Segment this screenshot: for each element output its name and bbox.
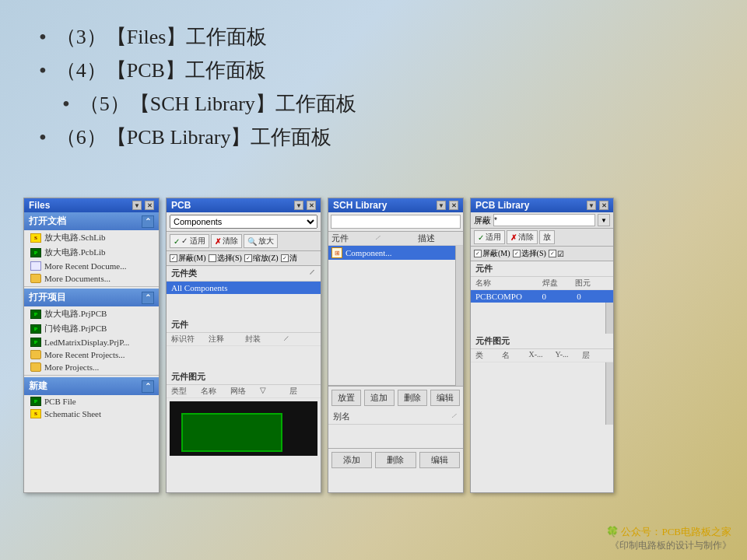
pcb-select-check[interactable]: 选择(S) — [209, 253, 242, 264]
pcb-lib-apply-btn[interactable]: ✓ 适用 — [474, 230, 505, 244]
files-panel-controls: ▼ ✕ — [132, 201, 154, 210]
pcb-lib-component-section: 元件 — [471, 261, 613, 277]
files-divider-1 — [24, 286, 159, 287]
files-panel-titlebar: Files ▼ ✕ — [24, 198, 159, 212]
sch-lib-place-btn[interactable]: 放置 — [331, 390, 361, 406]
pcb-lib-footprint-scrollbar[interactable] — [605, 362, 613, 425]
pcb-component-headers: 标识符 注释 封装 ⟋ — [167, 333, 321, 346]
pcb-lib-component-scrollbar[interactable] — [605, 303, 613, 334]
files-section-projects-label: 打开项目 — [29, 291, 66, 304]
sch-lib-delete-btn[interactable]: 删除 — [398, 390, 427, 406]
pcb-apply-btn[interactable]: ✓ ✓ 适用 — [170, 234, 209, 248]
sch-lib-delete2-btn[interactable]: 删除 — [375, 452, 416, 468]
pcb-zoom-search-icon: 🔍 — [247, 237, 257, 246]
sch-icon: S — [30, 233, 41, 243]
files-new-sch-label: Schematic Sheet — [44, 409, 101, 418]
pcb-panel: PCB ▼ ✕ Components ✓ ✓ 适用 ✗ 清除 🔍 放大 — [166, 198, 321, 493]
files-item-more-recent-label: More Recent Projects... — [44, 350, 125, 359]
pcb-all-components[interactable]: All Components — [167, 282, 321, 294]
files-item-prj3[interactable]: P LedMatrixDisplay.PrjP... — [24, 336, 159, 348]
pcb-icon-2: P — [30, 310, 41, 319]
files-projects-expand-btn[interactable]: ⌃ — [142, 292, 154, 304]
pcb-lib-selected-row[interactable]: PCBCOMPO 0 0 — [471, 290, 613, 303]
files-item-prj1[interactable]: P 放大电路.PrjPCB — [24, 306, 159, 321]
files-item-schlb-label: 放大电路.SchLib — [44, 232, 106, 243]
files-item-more-docs[interactable]: More Documents... — [24, 272, 159, 285]
pcb-zoom-check[interactable]: 缩放(Z) — [244, 253, 279, 264]
pcb-canvas — [170, 401, 317, 456]
sch-lib-edit-btn[interactable]: 编辑 — [430, 390, 460, 406]
pcb-lib-select-checkbox[interactable] — [513, 250, 521, 257]
pcb-lib-extra-checkbox[interactable] — [549, 250, 556, 257]
sch-lib-col-headers: 元件 ⟋ 描述 — [328, 232, 463, 246]
pcb-primitive-section: 元件图元 — [167, 369, 321, 385]
pcb-lib-dropdown-icon[interactable]: ▼ — [587, 201, 596, 210]
files-new-pcb-label: PCB File — [44, 397, 76, 406]
sch-lib-list-scrollbar[interactable] — [455, 246, 463, 386]
pcb-close-icon[interactable]: ✕ — [307, 201, 316, 210]
files-section-new-label: 新建 — [29, 380, 47, 393]
pcb-components-dropdown[interactable]: Components — [170, 215, 317, 229]
sch-lib-add2-btn[interactable]: 添加 — [331, 452, 372, 468]
files-docs-expand-btn[interactable]: ⌃ — [142, 215, 154, 228]
pcb-lib-extra-check[interactable]: ☑ — [549, 248, 564, 259]
sch-lib-controls: ▼ ✕ — [437, 201, 458, 210]
pcb-zoom-checkbox[interactable] — [244, 254, 252, 262]
pcb-clear-check[interactable]: 清 — [281, 253, 297, 264]
pcb-lib-close-icon[interactable]: ✕ — [599, 201, 608, 210]
pcb-lib-mask-checkbox[interactable] — [474, 250, 482, 257]
files-item-prj2[interactable]: P 门铃电路.PrjPCB — [24, 321, 159, 336]
sch-lib-dropdown-icon[interactable]: ▼ — [437, 201, 446, 210]
sch-lib-buttons-1: 放置 追加 删除 编辑 — [328, 386, 463, 409]
sch-lib-list: ⊞ Component... — [328, 246, 463, 386]
sch-icon-new: S — [30, 409, 41, 418]
pcb-type-section: 元件类 ⟋ — [167, 266, 321, 282]
watermark-line2: 《印制电路板的设计与制作》 — [606, 539, 731, 552]
pcb-lib-select-check[interactable]: 选择(S) — [513, 248, 546, 259]
files-item-pcblib[interactable]: P 放大电路.PcbLib — [24, 245, 159, 260]
files-new-pcb[interactable]: P PCB File — [24, 395, 159, 408]
sch-lib-close-icon[interactable]: ✕ — [449, 201, 458, 210]
sch-lib-alias-empty — [328, 425, 463, 448]
pcb-lib-footprint-section: 元件图元 — [471, 334, 613, 349]
pcb-lib-mask-check[interactable]: 屏蔽(M) — [474, 248, 510, 259]
sch-lib-item-component[interactable]: ⊞ Component... — [328, 246, 463, 260]
pcb-lib-component-empty — [471, 303, 613, 334]
files-dropdown-icon[interactable]: ▼ — [132, 201, 142, 210]
pcb-lib-zoom-icon: 放 — [543, 232, 551, 243]
pcb-panel-title: PCB — [171, 200, 191, 211]
pcb-lib-clear-btn[interactable]: ✗ 清除 — [507, 230, 538, 244]
pcb-component-section: 元件 — [167, 317, 321, 333]
sch-lib-search-input[interactable] — [331, 215, 461, 229]
pcb-lib-panel: PCB Library ▼ ✕ 屏蔽 ▼ ✓ 适用 ✗ 清除 放 — [470, 198, 614, 493]
pcb-clear-x-icon: ✗ — [215, 237, 221, 246]
sch-lib-edit2-btn[interactable]: 编辑 — [419, 452, 460, 468]
sch-lib-add-btn[interactable]: 追加 — [364, 390, 394, 406]
pcb-lib-zoom-btn[interactable]: 放 — [539, 230, 555, 244]
files-divider-2 — [24, 375, 159, 376]
sch-lib-col-sort-icon: ⟋ — [374, 233, 416, 244]
files-new-sch[interactable]: S Schematic Sheet — [24, 408, 159, 420]
pcb-mask-check[interactable]: 屏蔽(M) — [170, 253, 206, 264]
files-item-more-doc1[interactable]: More Recent Docume... — [24, 260, 159, 272]
sch-lib-alias-sort-icon: ⟋ — [450, 411, 458, 422]
pcb-lib-filter-input[interactable] — [493, 214, 595, 226]
files-item-more-projects[interactable]: More Projects... — [24, 361, 159, 373]
pcb-lib-filter-dropdown-btn[interactable]: ▼ — [598, 214, 610, 226]
pcb-clear-checkbox[interactable] — [281, 254, 289, 262]
files-item-prj3-label: LedMatrixDisplay.PrjP... — [44, 338, 129, 347]
pcb-mask-checkbox[interactable] — [170, 254, 177, 262]
files-item-schlb[interactable]: S 放大电路.SchLib — [24, 230, 159, 245]
pcb-lib-toolbar: ✓ 适用 ✗ 清除 放 — [471, 229, 613, 247]
pcb-dropdown-icon[interactable]: ▼ — [294, 201, 303, 210]
pcb-zoom-btn[interactable]: 🔍 放大 — [244, 234, 278, 248]
pcb-select-checkbox[interactable] — [209, 254, 216, 262]
pcb-panel-controls: ▼ ✕ — [294, 201, 316, 210]
pcb-clear-btn[interactable]: ✗ 清除 — [211, 234, 242, 248]
files-close-icon[interactable]: ✕ — [145, 201, 154, 210]
pcb-lib-footprint-empty — [471, 362, 613, 425]
sch-lib-titlebar: SCH Library ▼ ✕ — [328, 198, 463, 212]
pcb-lib-apply-icon: ✓ — [478, 233, 484, 242]
files-item-more-recent[interactable]: More Recent Projects... — [24, 348, 159, 361]
files-new-expand-btn[interactable]: ⌃ — [142, 380, 154, 393]
